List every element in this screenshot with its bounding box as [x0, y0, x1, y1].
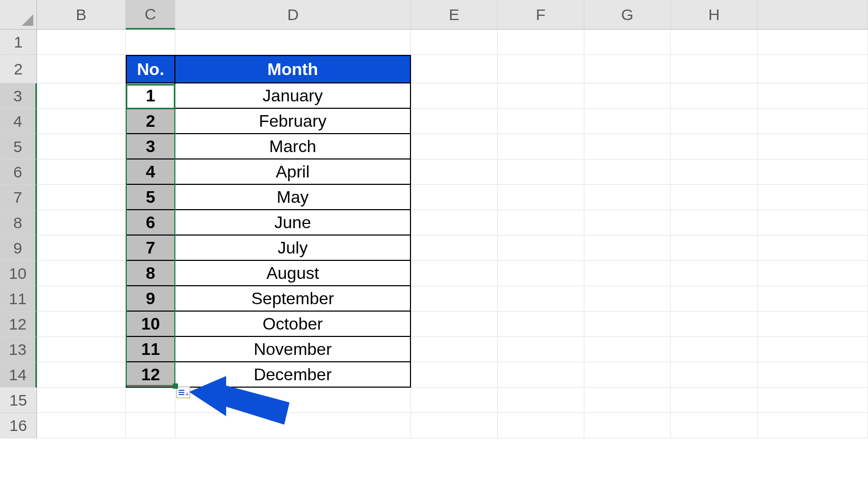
- cell-B4[interactable]: [37, 109, 126, 134]
- row-header-13[interactable]: 13: [0, 337, 37, 362]
- column-header-D[interactable]: D: [175, 0, 411, 30]
- cell-G7[interactable]: [584, 185, 671, 210]
- cell-C13[interactable]: 11: [126, 337, 175, 362]
- column-header-E[interactable]: E: [411, 0, 498, 30]
- cell-tail-3[interactable]: [758, 83, 868, 109]
- fill-handle[interactable]: [173, 383, 178, 389]
- cell-C3[interactable]: 1: [126, 83, 175, 109]
- cell-D12[interactable]: October: [175, 312, 411, 337]
- cell-E9[interactable]: [411, 236, 498, 261]
- cell-H5[interactable]: [671, 134, 758, 159]
- cell-F1[interactable]: [498, 30, 584, 55]
- cell-E15[interactable]: [411, 388, 498, 413]
- row-header-8[interactable]: 8: [0, 210, 37, 236]
- cell-F16[interactable]: [498, 413, 584, 438]
- cell-B14[interactable]: [37, 362, 126, 388]
- cell-C11[interactable]: 9: [126, 286, 175, 312]
- cell-C6[interactable]: 4: [126, 159, 175, 185]
- cell-G4[interactable]: [584, 109, 671, 134]
- cell-D13[interactable]: November: [175, 337, 411, 362]
- cell-H4[interactable]: [671, 109, 758, 134]
- cell-G6[interactable]: [584, 159, 671, 185]
- cell-E3[interactable]: [411, 83, 498, 109]
- cell-H3[interactable]: [671, 83, 758, 109]
- cell-G15[interactable]: [584, 388, 671, 413]
- cell-G3[interactable]: [584, 83, 671, 109]
- cell-B5[interactable]: [37, 134, 126, 159]
- cell-E4[interactable]: [411, 109, 498, 134]
- cell-B15[interactable]: [37, 388, 126, 413]
- cell-tail-11[interactable]: [758, 286, 868, 312]
- cell-G10[interactable]: [584, 261, 671, 286]
- column-header-B[interactable]: B: [37, 0, 126, 30]
- cell-B3[interactable]: [37, 83, 126, 109]
- cell-tail-6[interactable]: [758, 159, 868, 185]
- cell-F5[interactable]: [498, 134, 584, 159]
- cell-tail-15[interactable]: [758, 388, 868, 413]
- cell-H8[interactable]: [671, 210, 758, 236]
- cell-tail-8[interactable]: [758, 210, 868, 236]
- cell-H6[interactable]: [671, 159, 758, 185]
- cell-D3[interactable]: January: [175, 83, 411, 109]
- cell-E5[interactable]: [411, 134, 498, 159]
- cell-C1[interactable]: [126, 30, 175, 55]
- cell-E16[interactable]: [411, 413, 498, 438]
- cell-G12[interactable]: [584, 312, 671, 337]
- cell-C12[interactable]: 10: [126, 312, 175, 337]
- cell-C10[interactable]: 8: [126, 261, 175, 286]
- row-header-11[interactable]: 11: [0, 286, 37, 312]
- cell-D7[interactable]: May: [175, 185, 411, 210]
- cell-C9[interactable]: 7: [126, 236, 175, 261]
- cell-E12[interactable]: [411, 312, 498, 337]
- cell-H13[interactable]: [671, 337, 758, 362]
- row-header-15[interactable]: 15: [0, 388, 37, 413]
- cell-tail-2[interactable]: [758, 55, 868, 83]
- cell-G9[interactable]: [584, 236, 671, 261]
- cell-D9[interactable]: July: [175, 236, 411, 261]
- cell-tail-16[interactable]: [758, 413, 868, 438]
- cell-tail-5[interactable]: [758, 134, 868, 159]
- row-header-3[interactable]: 3: [0, 83, 37, 109]
- row-header-4[interactable]: 4: [0, 109, 37, 134]
- cell-C7[interactable]: 5: [126, 185, 175, 210]
- cell-H11[interactable]: [671, 286, 758, 312]
- autofill-options-button[interactable]: +: [176, 387, 190, 398]
- cell-G2[interactable]: [584, 55, 671, 83]
- cell-tail-7[interactable]: [758, 185, 868, 210]
- cell-H16[interactable]: [671, 413, 758, 438]
- cell-F6[interactable]: [498, 159, 584, 185]
- cell-G1[interactable]: [584, 30, 671, 55]
- row-header-5[interactable]: 5: [0, 134, 37, 159]
- cell-tail-9[interactable]: [758, 236, 868, 261]
- cell-E7[interactable]: [411, 185, 498, 210]
- table-header-month[interactable]: Month: [175, 55, 411, 83]
- cell-F2[interactable]: [498, 55, 584, 83]
- cell-B11[interactable]: [37, 286, 126, 312]
- cell-F14[interactable]: [498, 362, 584, 388]
- cell-F4[interactable]: [498, 109, 584, 134]
- cell-E2[interactable]: [411, 55, 498, 83]
- row-header-16[interactable]: 16: [0, 413, 37, 438]
- cell-B2[interactable]: [37, 55, 126, 83]
- cell-H9[interactable]: [671, 236, 758, 261]
- table-header-no[interactable]: No.: [126, 55, 175, 83]
- cell-E14[interactable]: [411, 362, 498, 388]
- cell-F12[interactable]: [498, 312, 584, 337]
- cell-D4[interactable]: February: [175, 109, 411, 134]
- cell-F13[interactable]: [498, 337, 584, 362]
- cell-G14[interactable]: [584, 362, 671, 388]
- cell-B12[interactable]: [37, 312, 126, 337]
- cell-H10[interactable]: [671, 261, 758, 286]
- cell-E6[interactable]: [411, 159, 498, 185]
- cell-C8[interactable]: 6: [126, 210, 175, 236]
- cell-C15[interactable]: [126, 388, 175, 413]
- row-header-7[interactable]: 7: [0, 185, 37, 210]
- cell-F11[interactable]: [498, 286, 584, 312]
- row-header-1[interactable]: 1: [0, 30, 37, 55]
- cell-E8[interactable]: [411, 210, 498, 236]
- cell-E13[interactable]: [411, 337, 498, 362]
- cell-F7[interactable]: [498, 185, 584, 210]
- cell-G13[interactable]: [584, 337, 671, 362]
- cell-C16[interactable]: [126, 413, 175, 438]
- row-header-2[interactable]: 2: [0, 55, 37, 83]
